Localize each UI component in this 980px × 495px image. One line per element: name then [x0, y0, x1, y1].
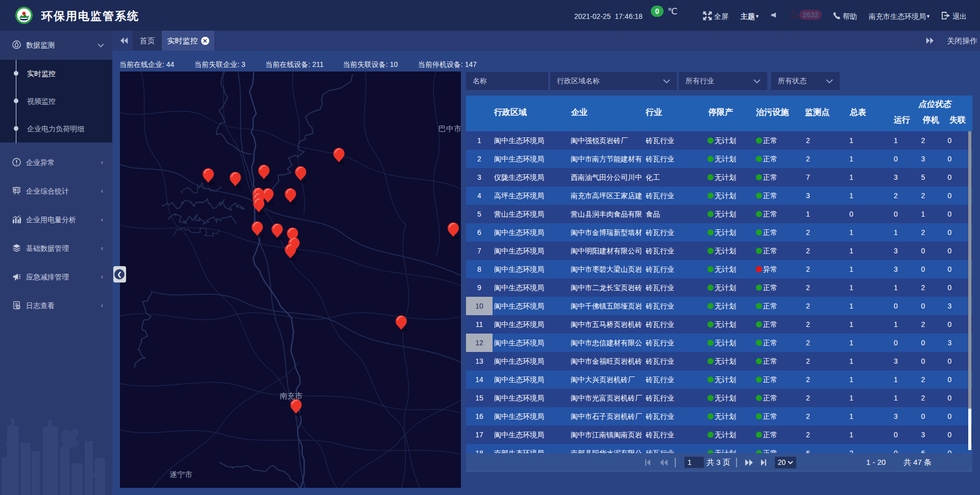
svg-text:南充市: 南充市	[280, 391, 303, 400]
svg-text:遂宁市: 遂宁市	[169, 470, 192, 479]
svg-text:巴中市: 巴中市	[438, 124, 461, 133]
